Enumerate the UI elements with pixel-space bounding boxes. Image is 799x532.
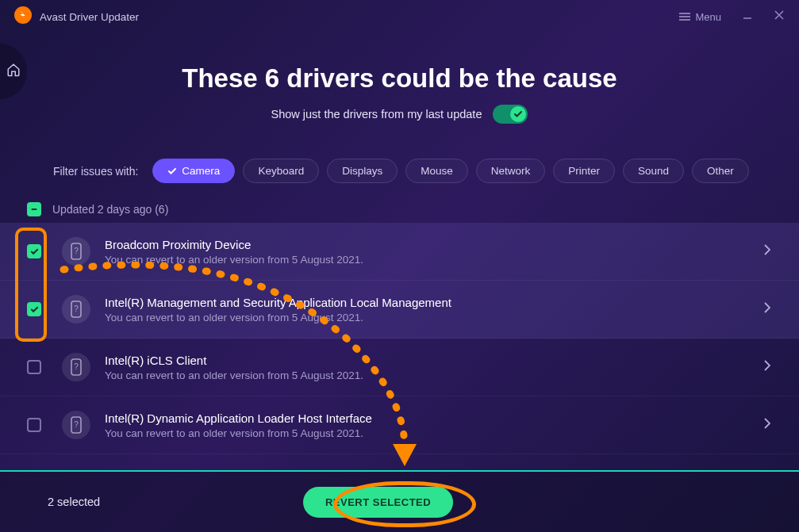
driver-text: Intel(R) Dynamic Application Loader Host… xyxy=(105,411,764,439)
filter-chip-other[interactable]: Other xyxy=(692,159,749,183)
filter-chip-mouse[interactable]: Mouse xyxy=(405,159,468,183)
subtitle-row: Show just the drivers from my last updat… xyxy=(0,105,799,124)
toggle-knob xyxy=(510,106,526,122)
chevron-right-icon xyxy=(764,418,770,432)
svg-text:?: ? xyxy=(74,247,79,255)
group-header: Updated 2 days ago (6) xyxy=(0,183,799,223)
filter-toggle-label: Show just the drivers from my last updat… xyxy=(271,108,482,121)
bottom-bar: 2 selected REVERT SELECTED xyxy=(0,470,799,532)
driver-title: Intel(R) Management and Security Applica… xyxy=(105,296,764,309)
svg-text:?: ? xyxy=(74,420,79,429)
driver-text: Broadcom Proximity DeviceYou can revert … xyxy=(105,238,764,266)
menu-button[interactable]: Menu xyxy=(679,11,721,23)
app-title: Avast Driver Updater xyxy=(40,11,139,23)
driver-subtitle: You can revert to an older version from … xyxy=(105,312,764,323)
revert-selected-button[interactable]: REVERT SELECTED xyxy=(303,487,453,518)
chevron-right-icon xyxy=(764,244,770,258)
driver-text: Intel(R) Management and Security Applica… xyxy=(105,296,764,323)
filter-chip-network[interactable]: Network xyxy=(476,159,546,183)
driver-row[interactable]: ?Intel(R) Dynamic Application Loader Hos… xyxy=(0,396,799,454)
filter-chip-sound[interactable]: Sound xyxy=(623,159,684,183)
chevron-right-icon xyxy=(764,302,770,316)
svg-text:?: ? xyxy=(74,362,79,371)
driver-checkbox[interactable] xyxy=(27,418,41,432)
chevron-right-icon xyxy=(764,360,770,374)
filter-chip-printer[interactable]: Printer xyxy=(553,159,615,183)
driver-checkbox[interactable] xyxy=(27,244,41,258)
driver-checkbox[interactable] xyxy=(27,302,41,316)
driver-row[interactable]: ?Broadcom Proximity DeviceYou can revert… xyxy=(0,223,799,281)
titlebar-left: Avast Driver Updater xyxy=(14,6,139,27)
minimize-button[interactable] xyxy=(742,10,753,24)
selected-count: 2 selected xyxy=(48,496,100,508)
filter-chip-keyboard[interactable]: Keyboard xyxy=(243,159,319,183)
group-checkbox[interactable] xyxy=(27,202,41,216)
driver-row[interactable]: ?Intel(R) Management and Security Applic… xyxy=(0,281,799,339)
svg-text:?: ? xyxy=(74,304,79,313)
driver-title: Broadcom Proximity Device xyxy=(105,238,764,251)
device-icon: ? xyxy=(62,353,90,381)
filter-chip-displays[interactable]: Displays xyxy=(327,159,398,183)
driver-checkbox[interactable] xyxy=(27,360,41,374)
filter-chips: CameraKeyboardDisplaysMouseNetworkPrinte… xyxy=(152,159,748,183)
driver-text: Intel(R) iCLS ClientYou can revert to an… xyxy=(105,354,764,381)
avast-logo-icon xyxy=(14,6,32,27)
group-label: Updated 2 days ago (6) xyxy=(52,203,168,216)
home-icon xyxy=(6,63,21,80)
filter-row: Filter issues with: CameraKeyboardDispla… xyxy=(0,124,799,183)
filter-label: Filter issues with: xyxy=(53,165,138,178)
driver-title: Intel(R) iCLS Client xyxy=(105,354,764,367)
driver-subtitle: You can revert to an older version from … xyxy=(105,369,764,381)
main-content: These 6 drivers could be the cause Show … xyxy=(0,33,799,454)
driver-subtitle: You can revert to an older version from … xyxy=(105,254,764,266)
close-button[interactable] xyxy=(774,10,785,24)
filter-chip-camera[interactable]: Camera xyxy=(152,159,235,183)
hamburger-icon xyxy=(679,11,690,23)
driver-title: Intel(R) Dynamic Application Loader Host… xyxy=(105,411,764,425)
svg-rect-1 xyxy=(32,209,37,210)
page-title: These 6 drivers could be the cause xyxy=(0,63,799,94)
driver-list: ?Broadcom Proximity DeviceYou can revert… xyxy=(0,223,799,454)
device-icon: ? xyxy=(62,411,90,439)
titlebar-right: Menu xyxy=(679,10,785,24)
filter-toggle[interactable] xyxy=(493,105,528,124)
menu-label: Menu xyxy=(695,11,721,23)
titlebar: Avast Driver Updater Menu xyxy=(0,0,799,33)
device-icon: ? xyxy=(62,237,90,266)
device-icon: ? xyxy=(62,295,90,323)
driver-row[interactable]: ?Intel(R) iCLS ClientYou can revert to a… xyxy=(0,339,799,396)
driver-subtitle: You can revert to an older version from … xyxy=(105,427,764,439)
